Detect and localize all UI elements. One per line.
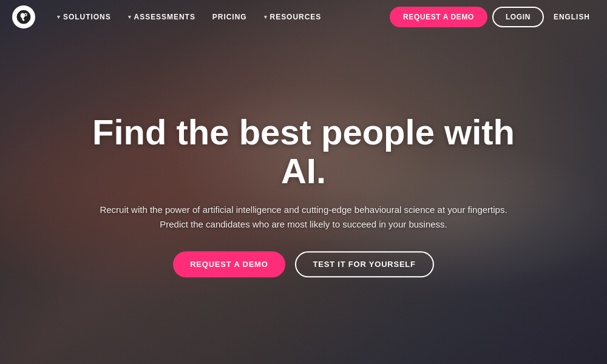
nav-login-button[interactable]: LOGIN (492, 7, 544, 27)
nav-items: ▾ SOLUTIONS ▾ ASSESSMENTS PRICING ▾ RESO… (50, 9, 328, 25)
logo[interactable] (12, 5, 35, 29)
nav-request-demo-button[interactable]: REQUEST A DEMO (390, 7, 487, 27)
hero-subtitle: Recruit with the power of artificial int… (91, 203, 516, 232)
nav-language[interactable]: ENGLISH (549, 9, 595, 25)
hero-test-it-button[interactable]: TEST IT FOR YOURSELF (295, 251, 434, 277)
nav-solutions[interactable]: ▾ SOLUTIONS (50, 9, 118, 25)
hero-title: Find the best people with AI. (91, 113, 516, 190)
hero-request-demo-button[interactable]: REQUEST A DEMO (173, 251, 285, 277)
assessments-chevron-icon: ▾ (128, 14, 132, 20)
nav-assessments[interactable]: ▾ ASSESSMENTS (121, 9, 203, 25)
resources-chevron-icon: ▾ (264, 14, 268, 20)
nav-pricing[interactable]: PRICING (205, 9, 254, 25)
hero-cta-buttons: REQUEST A DEMO TEST IT FOR YOURSELF (91, 251, 516, 277)
navbar: ▾ SOLUTIONS ▾ ASSESSMENTS PRICING ▾ RESO… (0, 0, 607, 34)
solutions-chevron-icon: ▾ (57, 14, 61, 20)
nav-resources[interactable]: ▾ RESOURCES (257, 9, 329, 25)
hero-content: Find the best people with AI. Recruit wi… (91, 113, 516, 277)
